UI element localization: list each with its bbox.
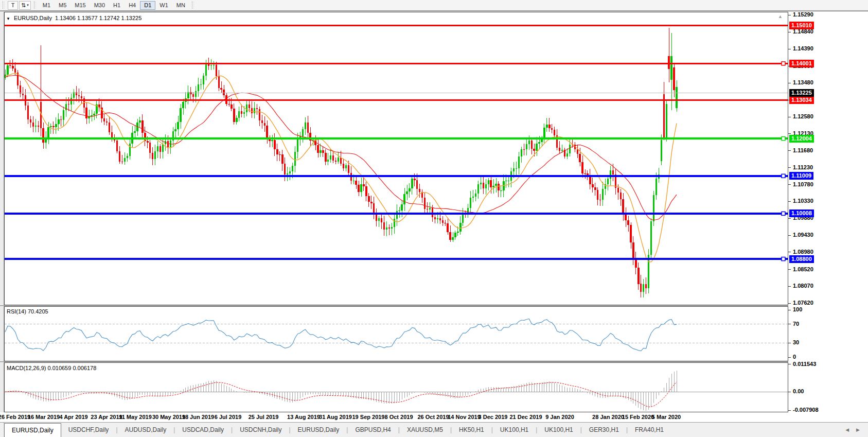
price-tag-1.15010: 1.15010 xyxy=(789,22,814,29)
toolbar-grip-icon xyxy=(3,2,5,9)
date-label: 9 Jan 2020 xyxy=(545,414,574,420)
axis-tick xyxy=(788,201,791,202)
timeframe-button-d1[interactable]: D1 xyxy=(140,1,155,10)
date-label: 23 Apr 2019 xyxy=(91,414,122,420)
timeframe-group: M1M5M15M30H1H4D1W1MN xyxy=(39,1,189,10)
macd-tick-label: 0.00 xyxy=(793,388,804,394)
price-tag-1.08800: 1.08800 xyxy=(789,255,814,263)
price-tick-label: 1.11680 xyxy=(793,147,813,153)
chart-tab-audusd-daily[interactable]: AUDUSD,Daily xyxy=(118,423,174,437)
hline-handle[interactable] xyxy=(782,212,785,215)
rsi-tick-label: 30 xyxy=(793,339,799,345)
chart-tab-bar: EURUSD,DailyUSDCHF,Daily|AUDUSD,Daily|US… xyxy=(0,422,868,437)
timeframe-button-m1[interactable]: M1 xyxy=(39,1,55,10)
chart-tab-eurusd-daily[interactable]: EURUSD,Daily xyxy=(4,423,61,437)
price-tick-label: 1.11230 xyxy=(793,164,813,170)
price-tick-label: 1.10780 xyxy=(793,181,813,187)
symbol-dropdown-icon[interactable]: ▼ xyxy=(6,16,10,21)
macd-panel[interactable] xyxy=(4,362,788,412)
timeframe-button-m30[interactable]: M30 xyxy=(90,1,109,10)
date-label: 26 Feb 2019 xyxy=(0,414,30,420)
main-price-chart[interactable]: ▲ xyxy=(4,12,788,305)
axis-tick xyxy=(788,286,791,287)
date-label: 31 Aug 2019 xyxy=(319,414,352,420)
cursor-tool-button[interactable]: ⇅ ▾ xyxy=(19,1,31,10)
tab-scroll-left-icon[interactable]: ◀ xyxy=(845,427,849,432)
chart-tab-uk100-h1[interactable]: UK100,H1 xyxy=(537,423,580,437)
price-tick-label: 1.12580 xyxy=(793,113,813,119)
chart-tab-eurusd-daily[interactable]: EURUSD,Daily xyxy=(291,423,347,437)
rsi-line xyxy=(5,319,677,351)
chart-ohlc-values: 1.13406 1.13577 1.12742 1.13225 xyxy=(55,15,141,21)
price-tag-1.10008: 1.10008 xyxy=(789,209,814,217)
timeframe-button-m5[interactable]: M5 xyxy=(55,1,70,10)
date-label: 14 Nov 2019 xyxy=(448,414,481,420)
hline-handle[interactable] xyxy=(782,137,785,141)
timeframe-button-w1[interactable]: W1 xyxy=(155,1,172,10)
date-label: 18 Jun 2019 xyxy=(182,414,214,420)
price-tag-1.12004: 1.12004 xyxy=(789,135,814,143)
axis-tick xyxy=(788,167,791,168)
axis-tick xyxy=(788,49,791,49)
date-axis[interactable]: 26 Feb 201916 Mar 20194 Apr 201923 Apr 2… xyxy=(4,412,788,423)
date-label: 28 Jan 2020 xyxy=(592,414,624,420)
price-tag-1.14001: 1.14001 xyxy=(789,60,814,67)
date-label: 25 Jul 2019 xyxy=(249,414,279,420)
rsi-panel[interactable] xyxy=(4,306,788,361)
price-tick-label: 1.14390 xyxy=(793,45,813,51)
price-axis[interactable]: 1.152901.148401.143901.139301.134801.130… xyxy=(788,12,868,423)
chart-symbol-label: EURUSD,Daily xyxy=(14,15,52,21)
price-tick-label: 1.08070 xyxy=(793,283,813,289)
axis-tick xyxy=(788,32,791,32)
timeframe-button-h1[interactable]: H1 xyxy=(109,1,125,10)
chart-tab-usdcnh-daily[interactable]: USDCNH,Daily xyxy=(233,423,289,437)
current-price-tag: 1.13225 xyxy=(789,89,814,97)
chart-tab-xauusd-m5[interactable]: XAUUSD,M5 xyxy=(400,423,450,437)
timeframe-button-m15[interactable]: M15 xyxy=(70,1,90,10)
price-tick-label: 1.08520 xyxy=(793,266,813,272)
ma-fast-line xyxy=(5,74,677,262)
chart-tab-gbpusd-h4[interactable]: GBPUSD,H4 xyxy=(348,423,398,437)
chart-tab-uk100-h1[interactable]: UK100,H1 xyxy=(493,423,536,437)
hline-handle[interactable] xyxy=(782,257,785,261)
chart-tab-usdcad-daily[interactable]: USDCAD,Daily xyxy=(175,423,231,437)
date-label: 19 Sep 2019 xyxy=(352,414,385,420)
scroll-top-icon: ▲ xyxy=(778,14,783,19)
axis-tick xyxy=(788,184,791,185)
chart-tab-hk50-h1[interactable]: HK50,H1 xyxy=(452,423,491,437)
rsi-tick-label: 100 xyxy=(793,306,802,312)
double-arrow-icon: ⇅ xyxy=(21,2,26,9)
toolbar-grip-icon xyxy=(192,2,194,9)
chart-tab-fra40-h1[interactable]: FRA40,H1 xyxy=(628,423,671,437)
rsi-indicator-label: RSI(14) 70.4205 xyxy=(7,308,48,314)
macd-indicator-label: MACD(12,26,9) 0.010659 0.006178 xyxy=(7,365,96,371)
axis-tick xyxy=(788,310,791,310)
hline-handle[interactable] xyxy=(782,62,785,65)
axis-tick xyxy=(788,83,791,83)
toolbar-grip-icon xyxy=(34,2,36,9)
price-tick-label: 1.10330 xyxy=(793,198,813,204)
axis-tick xyxy=(788,392,791,392)
date-label: 30 May 2019 xyxy=(152,414,185,420)
tab-scroll-right-icon[interactable]: ▶ xyxy=(856,427,860,432)
price-tick-label: 1.08980 xyxy=(793,249,813,255)
date-label: 11 May 2019 xyxy=(119,414,152,420)
rsi-tick-label: 70 xyxy=(793,321,799,327)
axis-tick xyxy=(788,364,791,364)
tabbar-grip xyxy=(0,423,4,437)
macd-tick-label: -0.007908 xyxy=(793,407,819,413)
chart-tab-usdchf-daily[interactable]: USDCHF,Daily xyxy=(61,423,116,437)
timeframe-button-mn[interactable]: MN xyxy=(172,1,189,10)
text-tool-button[interactable]: T xyxy=(8,1,18,10)
axis-tick xyxy=(788,218,791,219)
timeframe-button-h4[interactable]: H4 xyxy=(125,1,140,10)
date-label: 16 Mar 2019 xyxy=(28,414,60,420)
hline-handle[interactable] xyxy=(782,174,785,178)
price-tick-label: 1.07620 xyxy=(793,300,813,306)
chart-tab-ger30-h1[interactable]: GER30,H1 xyxy=(582,423,626,437)
price-tag-1.13034: 1.13034 xyxy=(789,96,814,104)
axis-tick xyxy=(788,343,791,343)
rsi-tick-label: 0 xyxy=(793,354,796,360)
axis-tick xyxy=(788,303,791,304)
left-gutter xyxy=(0,12,4,412)
